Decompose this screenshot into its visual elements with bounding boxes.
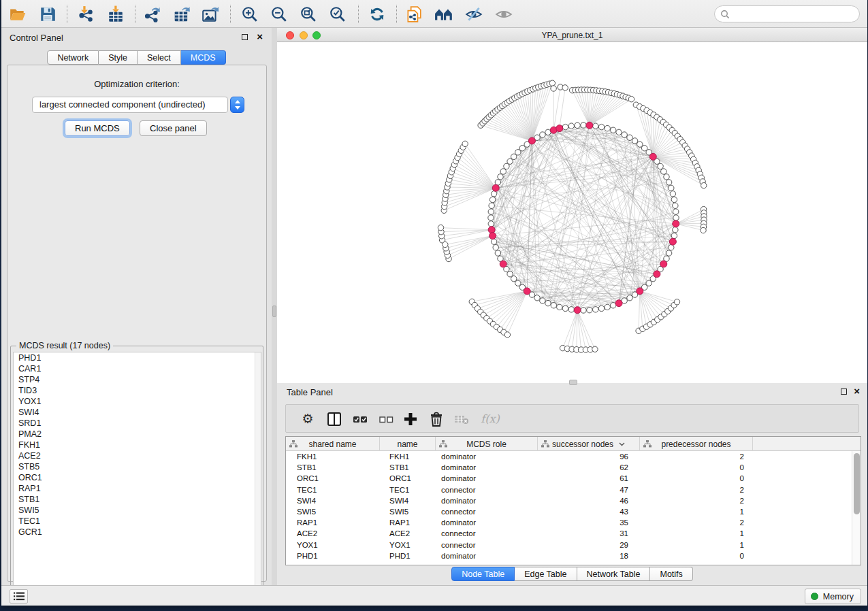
mcds-hub-node[interactable] xyxy=(669,238,676,245)
export-image-icon[interactable] xyxy=(202,5,219,23)
save-session-icon[interactable] xyxy=(39,5,57,23)
mcds-hub-node[interactable] xyxy=(615,300,622,307)
mcds-result-item[interactable]: STP4 xyxy=(14,374,261,385)
node-table[interactable]: shared namenameMCDS rolesuccessor nodesp… xyxy=(285,436,861,565)
open-file-icon[interactable] xyxy=(9,5,27,23)
mcds-hub-node[interactable] xyxy=(556,125,563,132)
vertical-splitter-handle[interactable] xyxy=(272,306,276,317)
table-row[interactable]: ORC1ORC1dominator610 xyxy=(286,473,861,484)
export-network-icon[interactable] xyxy=(143,5,161,23)
export-table-icon[interactable] xyxy=(173,5,191,23)
float-window-icon[interactable] xyxy=(841,389,847,395)
first-neighbors-icon[interactable] xyxy=(434,5,452,23)
mcds-hub-node[interactable] xyxy=(500,261,507,267)
mcds-result-item[interactable]: FKH1 xyxy=(14,440,261,450)
table-row[interactable]: YOX1YOX1connector291 xyxy=(286,540,861,550)
mcds-result-item[interactable]: TID3 xyxy=(14,385,261,396)
mcds-hub-node[interactable] xyxy=(654,271,660,278)
mcds-result-item[interactable]: PMA2 xyxy=(14,429,261,440)
tab-node-table[interactable]: Node Table xyxy=(451,567,515,581)
mcds-result-item[interactable]: CAR1 xyxy=(14,363,261,374)
table-scrollbar-thumb[interactable] xyxy=(854,453,860,514)
mcds-hub-node[interactable] xyxy=(574,307,581,314)
mcds-result-item[interactable]: SRD1 xyxy=(14,418,261,429)
table-row[interactable]: RAP1RAP1dominator352 xyxy=(286,517,861,528)
search-input[interactable] xyxy=(733,10,859,19)
dropdown-stepper-icon[interactable] xyxy=(230,97,244,113)
criterion-dropdown[interactable]: largest connected component (undirected) xyxy=(32,97,229,113)
mcds-result-item[interactable]: ACE2 xyxy=(14,450,261,461)
mcds-hub-node[interactable] xyxy=(637,288,643,295)
mcds-hub-node[interactable] xyxy=(649,153,656,160)
column-header-successor-nodes[interactable]: successor nodes xyxy=(538,437,640,451)
criterion-value[interactable]: largest connected component (undirected) xyxy=(32,97,228,113)
import-table-icon[interactable] xyxy=(107,5,125,23)
zoom-out-icon[interactable] xyxy=(270,5,288,23)
mcds-result-item[interactable]: SWI5 xyxy=(14,505,261,516)
run-mcds-button[interactable]: Run MCDS xyxy=(65,120,130,136)
show-all-eye-icon[interactable] xyxy=(495,5,513,23)
delete-column-trash-icon[interactable] xyxy=(428,411,445,427)
vertical-splitter[interactable] xyxy=(272,28,277,585)
zoom-fit-icon[interactable] xyxy=(300,5,317,23)
tab-motifs[interactable]: Motifs xyxy=(650,567,692,581)
add-column-icon[interactable] xyxy=(402,411,419,427)
network-window-titlebar[interactable]: YPA_prune.txt_1 xyxy=(277,28,867,42)
tab-select[interactable]: Select xyxy=(138,50,181,65)
mcds-hub-node[interactable] xyxy=(524,288,530,295)
horizontal-splitter-handle[interactable] xyxy=(569,380,577,385)
table-scrollbar[interactable] xyxy=(852,451,861,565)
column-header-MCDS-role[interactable]: MCDS role xyxy=(436,437,538,451)
mcds-hub-node[interactable] xyxy=(660,261,667,267)
mcds-result-list[interactable]: PHD1CAR1STP4TID3YOX1SWI4SRD1PMA2FKH1ACE2… xyxy=(13,352,261,595)
mcds-hub-node[interactable] xyxy=(586,122,593,129)
close-panel-icon[interactable]: × xyxy=(854,385,860,397)
refresh-view-icon[interactable] xyxy=(368,5,386,23)
mcds-result-item[interactable]: STB1 xyxy=(14,494,261,505)
table-row[interactable]: TEC1TEC1connector472 xyxy=(286,484,861,495)
tab-network[interactable]: Network xyxy=(47,50,99,65)
duplicate-network-icon[interactable] xyxy=(405,5,423,23)
show-columns-icon[interactable] xyxy=(326,411,342,427)
mcds-result-item[interactable]: STB5 xyxy=(14,461,261,472)
close-panel-button[interactable]: Close panel xyxy=(140,120,207,136)
mcds-list-scrollbar[interactable] xyxy=(255,352,261,595)
mcds-hub-node[interactable] xyxy=(489,233,496,240)
close-panel-icon[interactable]: × xyxy=(257,31,263,43)
tab-network-table[interactable]: Network Table xyxy=(577,567,651,581)
mcds-hub-node[interactable] xyxy=(673,220,679,227)
table-row[interactable]: PHD1PHD1dominator180 xyxy=(286,550,861,561)
zoom-in-icon[interactable] xyxy=(241,5,259,23)
deselect-all-checkboxes-icon[interactable] xyxy=(378,411,394,427)
table-row[interactable]: SWI5SWI5connector431 xyxy=(286,506,861,517)
mcds-result-item[interactable]: YOX1 xyxy=(14,396,261,407)
column-header-shared-name[interactable]: shared name xyxy=(286,437,380,451)
float-window-icon[interactable] xyxy=(242,34,248,40)
tab-style[interactable]: Style xyxy=(99,50,138,65)
tab-mcds[interactable]: MCDS xyxy=(181,50,226,65)
mcds-hub-node[interactable] xyxy=(528,137,535,144)
import-network-icon[interactable] xyxy=(77,5,95,23)
mcds-result-item[interactable]: TEC1 xyxy=(14,516,261,527)
network-graph-canvas[interactable] xyxy=(277,42,867,383)
zoom-selected-icon[interactable] xyxy=(329,5,347,23)
memory-button[interactable]: Memory xyxy=(805,589,861,604)
mcds-result-item[interactable]: SWI4 xyxy=(14,407,261,418)
cytoscape-app-window: Control Panel × NetworkStyleSelectMCDS O… xyxy=(1,0,867,606)
table-row[interactable]: SWI4SWI4dominator462 xyxy=(286,495,861,506)
column-header-name[interactable]: name xyxy=(380,437,436,451)
column-header-predecessor-nodes[interactable]: predecessor nodes xyxy=(640,437,753,451)
tab-edge-table[interactable]: Edge Table xyxy=(515,567,577,581)
mcds-result-item[interactable]: PHD1 xyxy=(14,352,261,363)
mcds-result-item[interactable]: ORC1 xyxy=(14,472,261,483)
table-row[interactable]: FKH1FKH1dominator962 xyxy=(286,451,861,462)
hide-selected-eye-icon[interactable] xyxy=(465,5,483,23)
select-all-checkboxes-icon[interactable] xyxy=(352,411,368,427)
mcds-hub-node[interactable] xyxy=(492,184,499,191)
table-row[interactable]: STB1STB1dominator620 xyxy=(286,462,861,473)
mcds-result-item[interactable]: GCR1 xyxy=(14,527,261,538)
table-options-gear-icon[interactable]: ⚙ xyxy=(300,411,316,427)
mcds-result-item[interactable]: RAP1 xyxy=(14,483,261,494)
task-history-list-button[interactable] xyxy=(10,589,28,604)
table-row[interactable]: ACE2ACE2connector311 xyxy=(286,528,861,539)
